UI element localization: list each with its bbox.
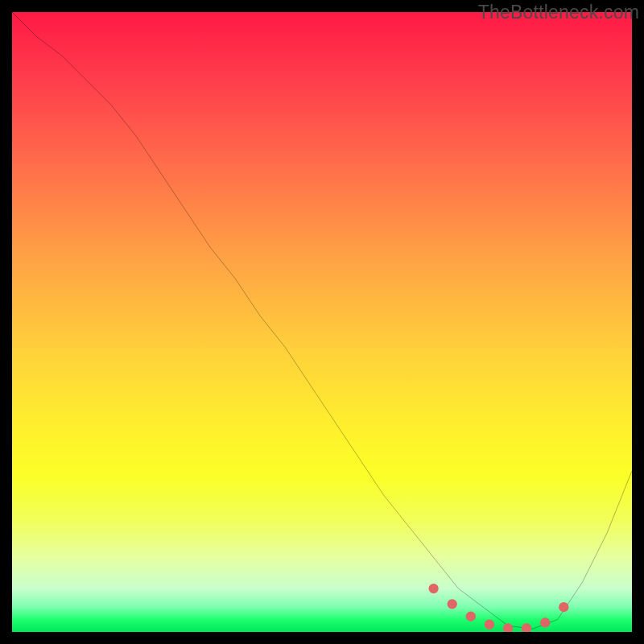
valley-dot: [448, 599, 457, 609]
valley-dot: [466, 612, 476, 621]
valley-dot: [522, 623, 531, 632]
valley-dots: [428, 584, 568, 632]
plot-area: [12, 12, 632, 632]
chart-svg: [12, 12, 632, 632]
valley-dot: [485, 620, 494, 630]
valley-dot: [503, 623, 513, 632]
watermark-text: TheBottleneck.com: [478, 2, 639, 23]
valley-dot: [540, 617, 550, 627]
main-curve: [12, 12, 632, 629]
chart-stage: TheBottleneck.com: [0, 0, 644, 644]
valley-dot: [428, 584, 438, 593]
valley-dot: [559, 602, 568, 612]
